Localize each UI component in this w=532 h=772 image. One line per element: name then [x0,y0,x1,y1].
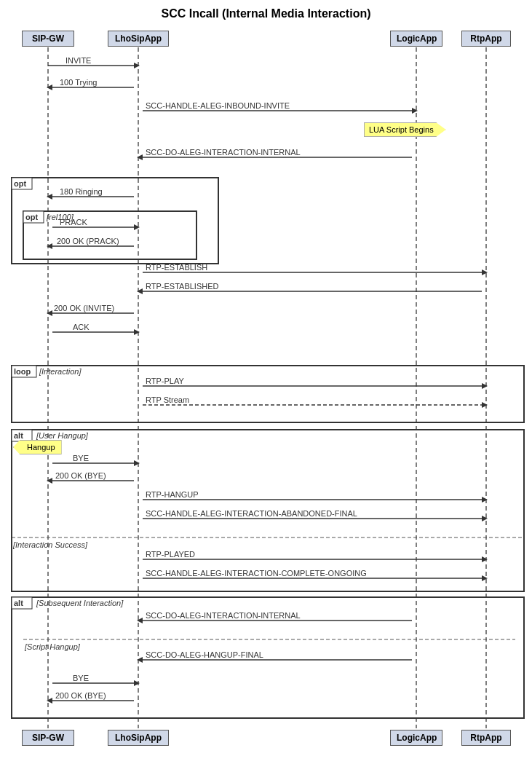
svg-marker-53 [482,516,488,521]
svg-text:RTP-HANGUP: RTP-HANGUP [146,490,199,499]
svg-text:200 OK (INVITE): 200 OK (INVITE) [54,304,114,312]
svg-marker-75 [47,698,52,704]
svg-marker-32 [47,310,52,316]
bottom-lifeline-box-lho-sip: LhoSipApp [108,730,169,746]
svg-text:RTP-PLAYED: RTP-PLAYED [146,550,195,559]
svg-text:BYE: BYE [73,674,89,682]
svg-rect-81 [23,211,44,223]
diagram-title: SCC Incall (Internal Media Interaction) [0,0,532,26]
svg-text:[Interaction Success]: [Interaction Success] [12,540,88,549]
svg-marker-58 [482,556,488,562]
svg-text:200 OK (BYE): 200 OK (BYE) [55,691,106,700]
hangup-box: Hangup [13,440,62,454]
svg-text:[Subsequent Interaction]: [Subsequent Interaction] [36,599,124,607]
lua-script-box: LUA Script Begins [364,122,446,137]
svg-text:180 Ringing: 180 Ringing [60,187,103,196]
svg-marker-41 [482,402,488,408]
svg-text:RTP-PLAY: RTP-PLAY [146,377,184,385]
svg-rect-88 [12,430,524,591]
svg-marker-14 [137,154,143,160]
svg-text:[Script Hangup]: [Script Hangup] [24,642,81,651]
svg-marker-5 [134,63,140,68]
svg-marker-35 [134,329,140,335]
svg-text:RTP-ESTABLISHED: RTP-ESTABLISHED [146,282,219,291]
svg-text:RTP Stream: RTP Stream [146,395,189,404]
svg-text:SCC-DO-ALEG-HANGUP-FINAL: SCC-DO-ALEG-HANGUP-FINAL [146,650,263,659]
svg-marker-11 [412,108,418,114]
svg-marker-26 [482,269,488,275]
svg-marker-8 [47,84,52,90]
diagram-container: SCC Incall (Internal Media Interaction) … [0,0,532,772]
svg-marker-17 [47,194,52,200]
svg-rect-92 [12,597,524,718]
svg-marker-72 [134,680,140,686]
lifeline-box-lho-sip: LhoSipApp [108,31,169,47]
lifeline-box-logic-app: LogicApp [390,31,442,47]
svg-text:BYE: BYE [73,454,89,462]
lifeline-box-sip-gw: SIP-GW [22,31,74,47]
svg-marker-44 [134,460,140,466]
svg-rect-77 [12,178,218,264]
svg-text:INVITE: INVITE [65,56,91,65]
svg-text:200 OK (PRACK): 200 OK (PRACK) [57,237,119,245]
svg-text:alt: alt [14,599,23,607]
svg-text:SCC-HANDLE-ALEG-INBOUND-INVITE: SCC-HANDLE-ALEG-INBOUND-INVITE [146,101,290,110]
svg-marker-69 [137,657,143,663]
svg-rect-78 [12,178,32,189]
svg-marker-29 [137,288,143,294]
svg-text:100 Trying: 100 Trying [60,78,97,87]
diagram-svg: INVITE 100 Trying SCC-HANDLE-ALEG-INBOUN… [0,0,532,772]
svg-text:SCC-HANDLE-ALEG-INTERACTION-CO: SCC-HANDLE-ALEG-INTERACTION-COMPLETE-ONG… [146,569,367,578]
svg-text:[User Hangup]: [User Hangup] [36,431,89,440]
svg-rect-80 [23,211,196,259]
svg-text:ACK: ACK [73,323,90,331]
svg-text:RTP-ESTABLISH: RTP-ESTABLISH [146,263,207,272]
svg-marker-23 [47,243,52,249]
lifeline-box-rtp-app: RtpApp [461,31,511,47]
svg-marker-64 [137,618,143,623]
svg-text:200 OK (BYE): 200 OK (BYE) [55,471,106,480]
svg-text:SCC-HANDLE-ALEG-INTERACTION-AB: SCC-HANDLE-ALEG-INTERACTION-ABANDONED-FI… [146,509,357,518]
svg-marker-47 [47,478,52,484]
svg-text:opt: opt [14,179,26,188]
svg-text:opt: opt [25,213,38,221]
bottom-lifeline-box-rtp-app: RtpApp [461,730,511,746]
svg-text:loop: loop [14,367,31,376]
svg-text:[Interaction]: [Interaction] [39,367,82,376]
bottom-lifeline-box-sip-gw: SIP-GW [22,730,74,746]
svg-text:alt: alt [14,431,23,440]
svg-rect-85 [12,366,36,377]
svg-marker-61 [482,575,488,581]
svg-rect-89 [12,430,32,441]
svg-marker-20 [134,224,140,230]
svg-rect-84 [12,366,524,422]
svg-text:[rel100]: [rel100] [46,213,74,221]
svg-text:PRACK: PRACK [60,218,88,227]
svg-rect-93 [12,597,32,609]
svg-marker-50 [482,497,488,503]
svg-text:SCC-DO-ALEG-INTERACTION-INTERN: SCC-DO-ALEG-INTERACTION-INTERNAL [146,611,301,620]
bottom-lifeline-box-logic-app: LogicApp [390,730,442,746]
svg-text:SCC-DO-ALEG-INTERACTION-INTERN: SCC-DO-ALEG-INTERACTION-INTERNAL [146,148,301,157]
svg-marker-38 [482,383,488,389]
